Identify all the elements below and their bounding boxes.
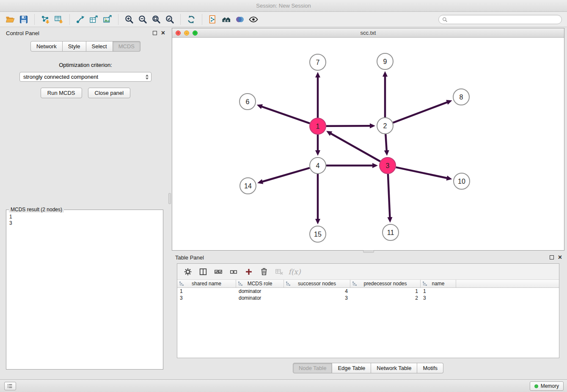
close-panel-button[interactable]: Close panel bbox=[88, 88, 131, 98]
cell[interactable]: 1 bbox=[350, 288, 421, 294]
svg-text:11: 11 bbox=[387, 229, 394, 236]
share-document-icon[interactable] bbox=[206, 13, 220, 26]
task-history-button[interactable] bbox=[4, 382, 16, 390]
graph-node-11[interactable]: 11 bbox=[383, 224, 399, 240]
column-header-successor-nodes[interactable]: successor nodes bbox=[284, 280, 350, 287]
graph-node-15[interactable]: 15 bbox=[310, 226, 326, 242]
column-header-name[interactable]: name bbox=[421, 280, 456, 287]
graph-node-2[interactable]: 2 bbox=[377, 118, 393, 134]
column-label: shared name bbox=[192, 281, 221, 287]
apply-style-icon[interactable] bbox=[233, 13, 247, 26]
close-window-icon[interactable]: × bbox=[176, 30, 181, 36]
cell[interactable]: 1 bbox=[421, 288, 456, 294]
close-table-panel-icon[interactable]: × bbox=[558, 255, 562, 259]
search-input[interactable] bbox=[448, 17, 561, 22]
column-label: predecessor nodes bbox=[363, 281, 407, 287]
tab-edge-table[interactable]: Edge Table bbox=[332, 363, 371, 373]
minimize-window-icon[interactable]: − bbox=[184, 30, 189, 36]
save-icon[interactable] bbox=[17, 13, 30, 26]
cell[interactable]: 3 bbox=[421, 295, 456, 301]
mcds-result-title: MCDS result (2 nodes) bbox=[9, 207, 64, 213]
graph-edge-4-3[interactable] bbox=[326, 163, 378, 168]
trash-icon[interactable] bbox=[258, 266, 270, 278]
network-graph[interactable]: 7968124314101511 bbox=[172, 38, 564, 250]
run-mcds-button[interactable]: Run MCDS bbox=[41, 88, 82, 98]
graph-node-7[interactable]: 7 bbox=[310, 54, 326, 70]
column-header-mcds-role[interactable]: MCDS role bbox=[236, 280, 284, 287]
export-network-icon[interactable] bbox=[74, 13, 87, 26]
horizontal-splitter-handle[interactable] bbox=[363, 250, 374, 253]
graph-node-8[interactable]: 8 bbox=[453, 89, 469, 105]
zoom-selected-icon[interactable] bbox=[163, 13, 176, 26]
open-folder-icon[interactable] bbox=[3, 13, 17, 26]
columns-icon[interactable] bbox=[197, 266, 209, 278]
graph-edge-1-7[interactable] bbox=[315, 72, 320, 118]
graph-edge-1-4[interactable] bbox=[315, 135, 320, 156]
cell[interactable]: dominator bbox=[236, 288, 284, 294]
table-panel-title: Table Panel bbox=[172, 254, 204, 261]
graph-node-1[interactable]: 1 bbox=[310, 118, 326, 134]
eye-icon[interactable] bbox=[247, 13, 260, 26]
gear-icon[interactable] bbox=[182, 266, 194, 278]
refresh-network-icon[interactable] bbox=[184, 13, 198, 26]
deselect-all-icon[interactable] bbox=[227, 266, 240, 278]
graph-node-14[interactable]: 14 bbox=[240, 178, 256, 194]
close-panel-icon[interactable]: × bbox=[161, 31, 165, 35]
import-table-from-file-icon[interactable] bbox=[52, 13, 66, 26]
function-builder-icon: f(x) bbox=[288, 268, 300, 276]
graph-edge-2-9[interactable] bbox=[383, 71, 388, 117]
cell[interactable]: 3 bbox=[284, 295, 350, 301]
cell[interactable]: 2 bbox=[350, 295, 421, 301]
network-canvas[interactable]: 7968124314101511 bbox=[172, 38, 564, 250]
memory-button[interactable]: Memory bbox=[530, 381, 564, 391]
cell[interactable]: 4 bbox=[284, 288, 350, 294]
graph-node-9[interactable]: 9 bbox=[377, 53, 393, 69]
table-panel: Table Panel × f(x) shared nameMCDS roles… bbox=[172, 253, 564, 376]
optimization-criterion-select[interactable]: strongly connected component bbox=[19, 72, 151, 82]
graph-node-10[interactable]: 10 bbox=[454, 173, 470, 189]
graph-edge-3-10[interactable] bbox=[396, 167, 452, 180]
column-header-predecessor-nodes[interactable]: predecessor nodes bbox=[350, 280, 421, 287]
tab-network[interactable]: Network bbox=[30, 41, 63, 52]
column-header-shared-name[interactable]: shared name bbox=[177, 280, 236, 287]
cell[interactable]: dominator bbox=[236, 295, 284, 301]
cell[interactable]: 3 bbox=[177, 295, 236, 301]
graph-edge-2-8[interactable] bbox=[393, 100, 452, 123]
select-all-icon[interactable] bbox=[212, 266, 225, 278]
graph-edge-2-3[interactable] bbox=[384, 134, 389, 156]
graph-node-3[interactable]: 3 bbox=[380, 157, 396, 174]
first-neighbors-icon[interactable] bbox=[220, 13, 233, 26]
import-network-from-file-icon[interactable] bbox=[39, 13, 52, 26]
vertical-splitter-handle[interactable] bbox=[168, 193, 171, 204]
tab-node-table[interactable]: Node Table bbox=[293, 363, 333, 373]
graph-edge-4-15[interactable] bbox=[315, 174, 320, 224]
graph-edge-1-2[interactable] bbox=[326, 123, 375, 128]
float-table-panel-icon[interactable] bbox=[550, 255, 554, 259]
export-table-icon[interactable] bbox=[87, 13, 101, 26]
tab-motifs[interactable]: Motifs bbox=[417, 363, 443, 373]
zoom-in-icon[interactable] bbox=[122, 13, 136, 26]
tab-mcds[interactable]: MCDS bbox=[113, 41, 140, 52]
zoom-out-icon[interactable] bbox=[136, 13, 149, 26]
tab-select[interactable]: Select bbox=[86, 41, 113, 52]
zoom-fit-icon[interactable] bbox=[149, 13, 163, 26]
toolbar-separator bbox=[118, 14, 118, 25]
tab-style[interactable]: Style bbox=[63, 41, 86, 52]
search-box[interactable] bbox=[438, 15, 562, 24]
svg-text:10: 10 bbox=[458, 178, 465, 185]
graph-node-6[interactable]: 6 bbox=[239, 94, 256, 110]
graph-edge-4-14[interactable] bbox=[257, 168, 310, 184]
float-window-icon[interactable] bbox=[153, 31, 157, 35]
network-window-titlebar[interactable]: × − + scc.txt bbox=[172, 28, 564, 38]
cell[interactable]: 1 bbox=[177, 288, 236, 294]
zoom-window-icon[interactable]: + bbox=[193, 30, 198, 36]
graph-edge-1-6[interactable] bbox=[257, 104, 310, 123]
mcds-result-list: 13 bbox=[6, 210, 163, 230]
graph-node-4[interactable]: 4 bbox=[310, 157, 326, 174]
table-toolbar: f(x) bbox=[177, 264, 559, 280]
add-icon[interactable] bbox=[242, 266, 255, 278]
export-image-icon[interactable] bbox=[101, 13, 114, 26]
graph-edge-3-1[interactable] bbox=[326, 131, 380, 161]
tab-network-table[interactable]: Network Table bbox=[371, 363, 417, 373]
graph-edge-3-11[interactable] bbox=[387, 174, 392, 223]
